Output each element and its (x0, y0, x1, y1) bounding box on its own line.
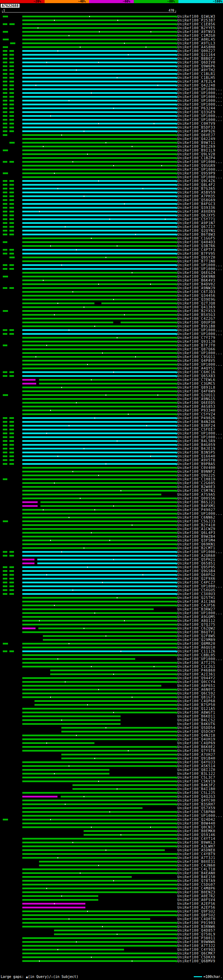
alignment-segment[interactable] (3, 84, 7, 86)
alignment-row[interactable]: UniRef100_UP1000... (0, 114, 223, 118)
alignment-segment[interactable] (10, 192, 14, 193)
alignment-segment[interactable] (22, 811, 176, 813)
hit-label[interactable]: UniRef100_C6HC16 (177, 370, 215, 374)
hit-label[interactable]: UniRef100_Q0CCY4 (177, 680, 215, 684)
alignment-row[interactable]: UniRef100_Q6DIV0 (0, 60, 223, 64)
hit-label[interactable]: UniRef100_B7SP50 (177, 703, 215, 707)
alignment-segment[interactable] (22, 390, 176, 392)
alignment-segment[interactable] (10, 65, 14, 67)
alignment-segment[interactable] (22, 161, 176, 163)
alignment-row[interactable]: UniRef100_C9SQ11 (0, 355, 223, 359)
alignment-row[interactable]: UniRef100_C6HC16 (0, 370, 223, 374)
alignment-segment[interactable] (22, 719, 120, 721)
alignment-segment[interactable] (10, 452, 14, 453)
alignment-segment[interactable] (22, 800, 176, 801)
alignment-segment[interactable] (22, 371, 176, 373)
alignment-segment[interactable] (22, 211, 176, 212)
alignment-row[interactable]: UniRef100_P46860 (0, 668, 223, 672)
alignment-segment[interactable] (22, 38, 176, 40)
hit-label[interactable]: UniRef100_Q8L4F2 (177, 183, 215, 187)
alignment-row[interactable]: UniRef100_Q4F6W9 (0, 389, 223, 393)
alignment-segment[interactable] (22, 769, 109, 771)
hit-label[interactable]: UniRef100_UP1000... (177, 351, 223, 355)
hit-label[interactable]: UniRef100_Q944Y2 (177, 676, 215, 680)
hit-label[interactable]: UniRef100_Q78TA9 (177, 879, 215, 883)
alignment-row[interactable]: UniRef100_Q4P8V5 (0, 359, 223, 363)
alignment-segment[interactable] (40, 501, 176, 503)
alignment-row[interactable]: UniRef100_Q9SGR9 (0, 164, 223, 167)
alignment-segment[interactable] (10, 463, 14, 465)
alignment-row[interactable]: UniRef100_A2EFS6 (0, 902, 223, 905)
alignment-segment[interactable] (43, 635, 176, 637)
hit-label[interactable]: UniRef100_Q8MR20 (177, 642, 215, 646)
hit-label[interactable]: UniRef100_A7T3J2 (177, 944, 215, 948)
hit-label[interactable]: UniRef100_C4YT14 (177, 837, 215, 841)
alignment-segment[interactable] (22, 815, 176, 817)
alignment-segment[interactable] (3, 92, 7, 94)
hit-label[interactable]: UniRef100_B3RF24 (177, 424, 215, 428)
alignment-row[interactable]: UniRef100_UP1000... (0, 332, 223, 336)
alignment-segment[interactable] (3, 520, 8, 522)
hit-label[interactable]: UniRef100_Q4P8V5 (177, 359, 215, 363)
alignment-row[interactable]: UniRef100_A7UHJ7 (0, 752, 223, 756)
alignment-segment[interactable] (22, 157, 176, 159)
alignment-segment[interactable] (22, 662, 176, 663)
alignment-segment[interactable] (22, 689, 176, 690)
alignment-row[interactable]: UniRef100_B9I1L9 (0, 148, 223, 152)
alignment-row[interactable]: UniRef100_Q9LV28 (0, 152, 223, 156)
alignment-segment[interactable] (3, 253, 7, 255)
alignment-row[interactable]: UniRef100_Q9C4Z6 (0, 179, 223, 183)
alignment-segment[interactable] (72, 788, 176, 790)
hit-label[interactable]: UniRef100_B6K4V3 (177, 278, 215, 282)
alignment-segment[interactable] (22, 440, 176, 442)
alignment-segment[interactable] (10, 107, 14, 109)
hit-label[interactable]: UniRef100_A7S9A5 (177, 493, 215, 496)
alignment-row[interactable]: UniRef100_Q8MR20 (0, 642, 223, 646)
hit-label[interactable]: UniRef100_C9SQ11 (177, 355, 215, 359)
alignment-segment[interactable] (22, 115, 176, 117)
alignment-segment[interactable] (10, 218, 14, 220)
alignment-segment[interactable] (3, 345, 7, 346)
alignment-row[interactable]: UniRef100_C5BPN0 (0, 810, 223, 814)
alignment-segment[interactable] (22, 953, 176, 954)
alignment-segment[interactable] (3, 50, 7, 52)
alignment-segment[interactable] (22, 352, 176, 354)
alignment-segment[interactable] (3, 215, 7, 216)
hit-label[interactable]: UniRef100_UP1000... (177, 512, 223, 515)
alignment-segment[interactable] (10, 593, 14, 595)
alignment-segment[interactable] (22, 738, 176, 740)
hit-label[interactable]: UniRef100_B6QTY1 (177, 630, 215, 634)
alignment-segment[interactable] (22, 234, 176, 235)
hit-label[interactable]: UniRef100_Q6DIV0 (177, 60, 215, 64)
alignment-segment[interactable] (54, 929, 176, 931)
hit-label[interactable]: UniRef100_C5XGU5 (177, 588, 215, 592)
alignment-segment[interactable] (3, 593, 7, 595)
hit-label[interactable]: UniRef100_UP1000... (177, 611, 223, 615)
alignment-row[interactable]: UniRef100_B2Y410 (0, 523, 223, 527)
alignment-segment[interactable] (10, 651, 14, 652)
alignment-row[interactable]: UniRef100_Q891L8 (0, 385, 223, 389)
hit-label[interactable]: UniRef100_Q4YC90 (177, 799, 215, 802)
alignment-row[interactable]: UniRef100_Q4YC90 (0, 799, 223, 802)
alignment-segment[interactable] (22, 134, 176, 136)
alignment-row[interactable]: UniRef100_UP1000... (0, 550, 223, 554)
hit-label[interactable]: UniRef100_Q2TJQ8 (177, 301, 215, 305)
alignment-row[interactable]: UniRef100_B2W0E3 (0, 485, 223, 489)
alignment-row[interactable]: UniRef100_A3LWH7 (0, 845, 223, 848)
hit-label[interactable]: UniRef100_A2QR60 (177, 554, 215, 558)
alignment-row[interactable]: UniRef100_C5FEE7 (0, 428, 223, 431)
alignment-row[interactable]: UniRef100_UP1000... (0, 99, 223, 103)
hit-label[interactable]: UniRef100_C7EWL6 (177, 378, 215, 382)
alignment-segment[interactable] (39, 379, 176, 381)
alignment-segment[interactable] (22, 46, 176, 48)
hit-label[interactable]: UniRef100_A9XER9 (177, 210, 215, 213)
hit-label[interactable]: UniRef100_B9S1B8 (177, 325, 215, 328)
alignment-segment[interactable] (22, 16, 176, 18)
alignment-segment[interactable] (22, 528, 176, 530)
hit-label[interactable]: UniRef100_Q00S56 (177, 496, 215, 500)
hit-label[interactable]: UniRef100_P25387 (177, 18, 215, 22)
alignment-segment[interactable] (22, 96, 176, 98)
alignment-segment[interactable] (10, 115, 14, 117)
alignment-segment[interactable] (10, 211, 14, 212)
hit-label[interactable]: UniRef100_UP1000... (177, 160, 223, 164)
